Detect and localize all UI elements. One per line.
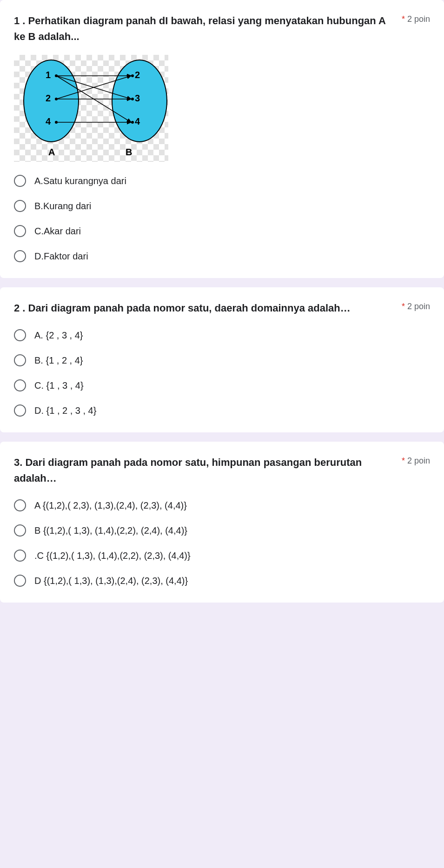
set-a-oval (23, 60, 79, 142)
q2-option-b[interactable]: B. {1 , 2 , 4} (14, 354, 430, 366)
question-2-title: 2 . Dari diagram panah pada nomor satu, … (14, 300, 393, 316)
arrow-diagram: 1 2 4 2 3 4 (14, 55, 168, 162)
radio-icon (14, 550, 26, 562)
set-b-elem-3: 3 (135, 93, 140, 104)
q1-option-a[interactable]: A.Satu kurangnya dari (14, 175, 430, 187)
q1-option-b-label: B.Kurang dari (34, 201, 91, 212)
q3-option-d[interactable]: D {(1,2),( 1,3), (1,3),(2,4), (2,3), (4,… (14, 575, 430, 587)
radio-icon (14, 379, 26, 391)
question-3-points: * 2 poin (393, 455, 430, 466)
q1-option-a-label: A.Satu kurangnya dari (34, 176, 126, 186)
question-3-card: 3. Dari diagram panah pada nomor satu, h… (0, 442, 444, 603)
radio-icon (14, 524, 26, 537)
q3-option-b-label: B {(1,2),( 1,3), (1,4),(2,2), (2,4), (4,… (34, 525, 187, 536)
question-3-header: 3. Dari diagram panah pada nomor satu, h… (14, 455, 430, 486)
set-a-label: A (48, 147, 55, 158)
q3-option-a-label: A {(1,2),( 2,3), (1,3),(2,4), (2,3), (4,… (34, 500, 187, 511)
q3-option-a[interactable]: A {(1,2),( 2,3), (1,3),(2,4), (2,3), (4,… (14, 499, 430, 511)
question-2-points-text: 2 poin (407, 302, 430, 311)
question-2-points: * 2 poin (393, 300, 430, 311)
q2-option-b-label: B. {1 , 2 , 4} (34, 355, 83, 366)
q2-option-d[interactable]: D. {1 , 2 , 3 , 4} (14, 404, 430, 417)
question-2-card: 2 . Dari diagram panah pada nomor satu, … (0, 287, 444, 432)
q1-option-d-label: D.Faktor dari (34, 251, 88, 262)
set-b-elem-4: 4 (135, 116, 140, 127)
question-1-title: 1 . Perhatikan diagram panah dI bawah, r… (14, 13, 393, 45)
q1-option-c[interactable]: C.Akar dari (14, 225, 430, 237)
radio-icon (14, 225, 26, 237)
radio-icon (14, 404, 26, 417)
q2-option-d-label: D. {1 , 2 , 3 , 4} (34, 405, 96, 416)
set-b-elem-2: 2 (135, 70, 140, 80)
q3-option-b[interactable]: B {(1,2),( 1,3), (1,4),(2,2), (2,4), (4,… (14, 524, 430, 537)
q3-option-d-label: D {(1,2),( 1,3), (1,3),(2,4), (2,3), (4,… (34, 576, 188, 586)
radio-icon (14, 329, 26, 341)
set-a-elem-2: 2 (46, 93, 51, 104)
q3-option-c[interactable]: .C {(1,2),( 1,3), (1,4),(2,2), (2,3), (4… (14, 550, 430, 562)
q2-option-c-label: C. {1 , 3 , 4} (34, 380, 84, 391)
q1-option-b[interactable]: B.Kurang dari (14, 200, 430, 212)
radio-icon (14, 200, 26, 212)
question-3-points-text: 2 poin (407, 456, 430, 465)
q3-option-c-label: .C {(1,2),( 1,3), (1,4),(2,2), (2,3), (4… (34, 550, 191, 561)
q2-option-a[interactable]: A. {2 , 3 , 4} (14, 329, 430, 341)
radio-icon (14, 499, 26, 511)
radio-icon (14, 575, 26, 587)
arrow-diagram-wrap: 1 2 4 2 3 4 (14, 55, 430, 162)
question-2-header: 2 . Dari diagram panah pada nomor satu, … (14, 300, 430, 316)
question-1-points: * 2 poin (393, 13, 430, 24)
set-b-label: B (126, 147, 132, 158)
radio-icon (14, 354, 26, 366)
q1-option-c-label: C.Akar dari (34, 226, 81, 237)
question-1-header: 1 . Perhatikan diagram panah dI bawah, r… (14, 13, 430, 45)
q2-option-c[interactable]: C. {1 , 3 , 4} (14, 379, 430, 391)
question-1-points-text: 2 poin (407, 14, 430, 24)
q2-option-a-label: A. {2 , 3 , 4} (34, 330, 83, 341)
set-a-elem-4: 4 (46, 116, 51, 127)
question-3-title: 3. Dari diagram panah pada nomor satu, h… (14, 455, 393, 486)
q1-option-d[interactable]: D.Faktor dari (14, 250, 430, 262)
radio-icon (14, 175, 26, 187)
radio-icon (14, 250, 26, 262)
question-1-card: 1 . Perhatikan diagram panah dI bawah, r… (0, 0, 444, 278)
set-a-elem-1: 1 (46, 70, 51, 80)
